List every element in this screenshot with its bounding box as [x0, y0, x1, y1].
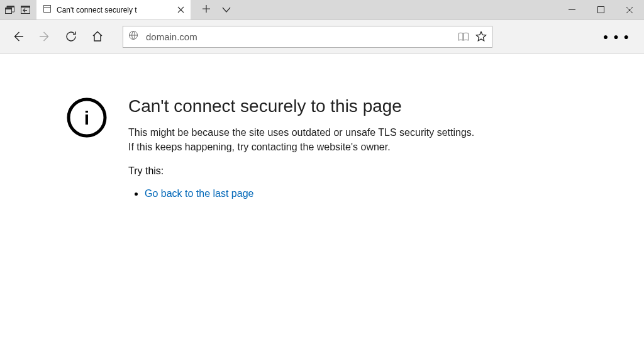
- close-window-button[interactable]: [615, 0, 644, 20]
- tab-title: Can't connect securely t: [57, 6, 172, 14]
- more-menu-button[interactable]: ● ● ●: [603, 31, 636, 42]
- tab-actions: [191, 0, 231, 20]
- tab-preview-icon[interactable]: [5, 6, 14, 14]
- list-item: Go back to the last page: [145, 188, 480, 199]
- reading-view-icon[interactable]: [458, 32, 469, 42]
- refresh-button[interactable]: [60, 26, 82, 47]
- toolbar: ● ● ●: [0, 20, 644, 53]
- title-bar-left-icons: [0, 0, 30, 20]
- svg-text:i: i: [84, 108, 89, 128]
- favorite-star-icon[interactable]: [475, 31, 487, 42]
- go-back-link[interactable]: Go back to the last page: [145, 188, 253, 199]
- title-bar: Can't connect securely t: [0, 0, 644, 20]
- minimize-button[interactable]: [557, 0, 586, 20]
- page-content: i Can't connect securely to this page Th…: [0, 53, 644, 199]
- forward-button[interactable]: [34, 26, 55, 47]
- try-this-label: Try this:: [128, 165, 480, 177]
- address-bar[interactable]: [123, 26, 492, 48]
- globe-icon: [128, 30, 138, 43]
- tab-menu-button[interactable]: [222, 4, 231, 16]
- home-button[interactable]: [87, 26, 108, 47]
- set-aside-tabs-icon[interactable]: [21, 6, 30, 14]
- suggestion-list: Go back to the last page: [128, 188, 480, 199]
- browser-window: Can't connect securely t: [0, 0, 644, 346]
- back-button[interactable]: [8, 26, 29, 47]
- svg-rect-4: [21, 6, 30, 8]
- new-tab-button[interactable]: [202, 4, 211, 16]
- maximize-button[interactable]: [586, 0, 615, 20]
- svg-rect-2: [7, 6, 14, 8]
- svg-rect-6: [44, 5, 51, 7]
- error-heading: Can't connect securely to this page: [128, 96, 480, 116]
- url-input[interactable]: [145, 31, 452, 43]
- info-icon: i: [65, 96, 108, 142]
- close-tab-button[interactable]: [177, 5, 184, 14]
- page-icon: [43, 4, 52, 16]
- svg-rect-7: [597, 7, 604, 13]
- window-controls: [557, 0, 644, 20]
- browser-tab[interactable]: Can't connect securely t: [36, 0, 191, 20]
- svg-rect-5: [44, 5, 51, 12]
- error-body: This might be because the site uses outd…: [128, 125, 480, 154]
- svg-rect-1: [6, 8, 12, 10]
